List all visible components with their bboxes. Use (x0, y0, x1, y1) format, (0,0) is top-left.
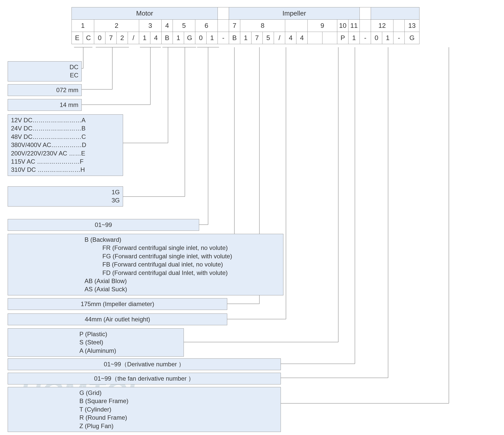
num-7: 7 (229, 20, 240, 32)
legend-5-phase: 1G 3G (8, 186, 123, 207)
number-row: 1 2 3 4 5 6 7 8 9 10 11 12 13 (72, 20, 419, 32)
code-1b: 1 (173, 32, 184, 44)
legend-4-voltage: 12V DC……………………A 24V DC……………………B 48V DC……… (8, 114, 123, 176)
legend-7-impeller-type: B (Backward) FR (Forward centrifugal sin… (8, 234, 283, 295)
code-7: 7 (105, 32, 117, 44)
num-8: 8 (240, 20, 285, 32)
code-1e: 1 (349, 32, 360, 44)
legend-3-shaft: 14 mm (8, 99, 82, 111)
code-0b: 0 (195, 32, 207, 44)
code-B: B (162, 32, 173, 44)
code-4b: 4 (285, 32, 296, 44)
num-9: 9 (308, 20, 337, 32)
code-slashgap2 (322, 32, 337, 44)
legend-10-material: P (Plastic) S (Steel) A (Aluminum) (8, 328, 184, 357)
code-1d: 1 (240, 32, 251, 44)
header-motor: Motor (72, 7, 218, 20)
num-5: 5 (173, 20, 195, 32)
legend-13-frame: G (Grid) B (Square Frame) T (Cylinder) R… (8, 387, 281, 432)
legend-9-outlet-height: 44mm (Air outlet height) (8, 313, 227, 325)
code-E: E (72, 32, 83, 44)
code-G: G (184, 32, 195, 44)
num-4: 4 (162, 20, 173, 32)
num-12: 12 (371, 20, 393, 32)
num-11: 11 (349, 20, 360, 32)
header-impeller: Impeller (229, 7, 360, 20)
code-slash1: / (128, 32, 139, 44)
legend-6-range: 01~99 (8, 219, 199, 231)
code-breakdown-table: Motor Impeller 1 2 3 4 5 6 7 8 9 10 11 1… (71, 7, 419, 44)
code-1f: 1 (382, 32, 393, 44)
code-4c: 4 (296, 32, 308, 44)
num-13: 13 (405, 20, 419, 32)
header-blank (371, 7, 419, 20)
code-7b: 7 (251, 32, 263, 44)
legend-1-motor-type: DC EC (8, 61, 82, 81)
code-2: 2 (117, 32, 128, 44)
num-3: 3 (139, 20, 162, 32)
code-4: 4 (150, 32, 162, 44)
code-P: P (337, 32, 349, 44)
num-1: 1 (72, 20, 94, 32)
num-10: 10 (337, 20, 349, 32)
header-row: Motor Impeller (72, 7, 419, 20)
code-B2: B (229, 32, 240, 44)
code-dash3: - (393, 32, 405, 44)
num-2: 2 (94, 20, 139, 32)
code-1: 1 (139, 32, 150, 44)
code-row: E C 0 7 2 / 1 4 B 1 G 0 1 - B 1 7 5 / 4 … (72, 32, 419, 44)
code-dash1: - (218, 32, 229, 44)
code-0: 0 (94, 32, 105, 44)
legend-12-fan-derivative: 01~99（the fan derivative number ） (8, 373, 281, 384)
code-C: C (83, 32, 94, 44)
num-6: 6 (195, 20, 218, 32)
code-slash2: / (274, 32, 285, 44)
code-1c: 1 (207, 32, 218, 44)
legend-8-impeller-dia: 175mm (Impeller diameter) (8, 298, 227, 310)
code-5: 5 (263, 32, 274, 44)
code-0c: 0 (371, 32, 382, 44)
legend-2-motor-size: 072 mm (8, 84, 82, 96)
code-G2: G (405, 32, 419, 44)
legend-11-derivative: 01~99（Derivative number ） (8, 358, 281, 370)
code-slashgap (308, 32, 322, 44)
code-dash2: - (360, 32, 371, 44)
